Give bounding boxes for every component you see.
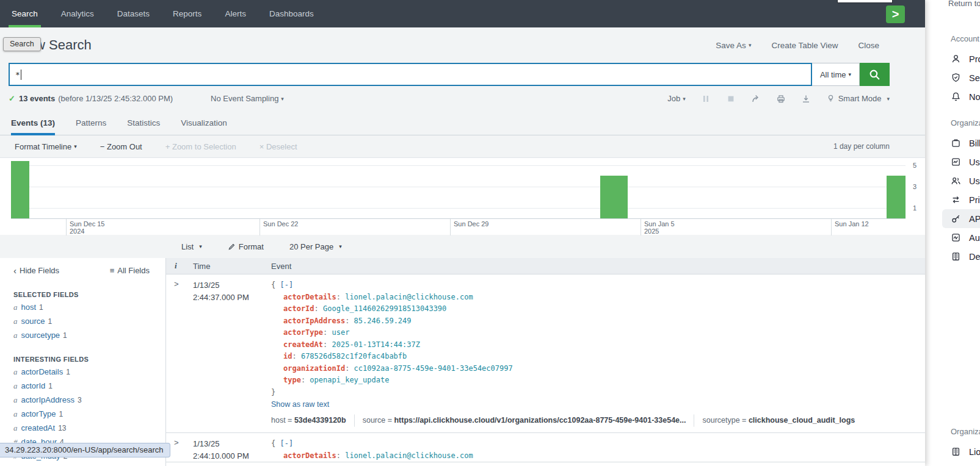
json-value[interactable]: openapi_key_update — [310, 376, 389, 384]
nav-item-datasets[interactable]: Datasets — [106, 0, 161, 27]
all-fields-button[interactable]: ≡ All Fields — [110, 266, 150, 275]
json-value[interactable]: user — [332, 328, 349, 337]
tab-visualization[interactable]: Visualization — [181, 111, 227, 135]
top-nav: Search Analytics Datasets Reports Alerts… — [0, 0, 925, 27]
format-button[interactable]: Format — [228, 242, 264, 251]
share-button[interactable] — [751, 94, 761, 104]
chevron-down-icon: ▾ — [683, 96, 686, 102]
json-value[interactable]: 85.246.59.249 — [354, 317, 412, 325]
close-button[interactable]: Close — [858, 41, 879, 50]
zoom-out-button[interactable]: − Zoom Out — [100, 142, 142, 151]
nav-item-search[interactable]: Search — [0, 0, 49, 27]
tab-events[interactable]: Events (13) — [11, 111, 55, 135]
list-view-dropdown[interactable]: List▾ — [181, 242, 202, 251]
event-column-header: Event — [271, 262, 925, 271]
json-value[interactable]: cc1092aa-8775-459e-9401-33e54ec07997 — [354, 364, 513, 373]
menu-item-private-endpoints[interactable]: Private — [942, 190, 980, 209]
menu-item-organization-lionel[interactable]: Lionel — [942, 442, 980, 461]
meta-host-value[interactable]: 53de4339120b — [294, 416, 346, 425]
json-value[interactable]: lionel.palacin@clickhouse.com — [345, 293, 473, 301]
stop-button[interactable] — [726, 94, 736, 104]
tab-statistics[interactable]: Statistics — [127, 111, 160, 135]
json-value[interactable]: 2025-01-13T14:44:37Z — [332, 340, 420, 349]
key-icon — [951, 213, 961, 224]
menu-item-billing[interactable]: Billing — [942, 134, 980, 152]
field-actorType[interactable]: aactorType1 — [13, 409, 165, 419]
show-raw-text-link[interactable]: Show as raw text — [271, 399, 925, 411]
collapse-json-link[interactable]: [-] — [280, 281, 293, 289]
transfer-arrows-icon — [951, 195, 961, 205]
menu-item-security[interactable]: Security — [942, 68, 980, 87]
timeline-bar[interactable] — [11, 161, 29, 218]
meta-sourcetype-value[interactable]: clickhouse_cloud_audit_logs — [749, 416, 855, 425]
smart-mode-dropdown[interactable]: Smart Mode▾ — [826, 94, 890, 103]
pause-button[interactable] — [701, 94, 711, 104]
tab-patterns[interactable]: Patterns — [76, 111, 106, 135]
expand-row-icon[interactable]: > — [166, 279, 193, 432]
time-range-picker[interactable]: All time▾ — [812, 63, 860, 86]
field-host[interactable]: ahost1 — [13, 303, 165, 312]
field-source[interactable]: asource1 — [13, 317, 165, 326]
timeline-bar[interactable] — [887, 176, 906, 218]
search-input[interactable]: * — [9, 63, 812, 86]
billing-icon — [951, 138, 961, 148]
json-key[interactable]: organizationId — [283, 364, 345, 373]
field-createdAt[interactable]: acreatedAt13 — [13, 423, 165, 433]
json-key[interactable]: actorId — [283, 304, 314, 313]
job-dropdown[interactable]: Job▾ — [667, 94, 686, 103]
nav-item-dashboards[interactable]: Dashboards — [258, 0, 325, 27]
event-sampling-dropdown[interactable]: No Event Sampling▾ — [211, 94, 284, 103]
usage-chart-icon — [951, 157, 961, 167]
json-key[interactable]: actorDetails — [283, 451, 336, 460]
menu-item-users[interactable]: Users — [942, 171, 980, 190]
format-timeline-dropdown[interactable]: Format Timeline▾ — [15, 142, 77, 151]
return-to-link[interactable]: Return to — [948, 0, 980, 8]
json-key[interactable]: id — [283, 352, 292, 360]
menu-item-usage[interactable]: Usage — [942, 152, 980, 171]
json-key[interactable]: actorDetails — [283, 293, 336, 301]
chevron-down-icon: ▾ — [199, 243, 202, 249]
nav-item-analytics[interactable]: Analytics — [49, 0, 106, 27]
hide-fields-button[interactable]: ‹ Hide Fields — [13, 265, 59, 276]
field-actorId[interactable]: aactorId1 — [13, 381, 165, 391]
collapse-json-link[interactable]: [-] — [280, 439, 293, 448]
field-actorIpAddress[interactable]: aactorIpAddress3 — [13, 395, 165, 405]
search-button[interactable] — [860, 63, 890, 86]
field-sourcetype[interactable]: asourcetype1 — [13, 331, 165, 340]
gridline — [11, 208, 906, 209]
menu-item-audit[interactable]: Audit — [942, 228, 980, 247]
field-actorDetails[interactable]: aactorDetails1 — [13, 367, 165, 377]
create-table-view-button[interactable]: Create Table View — [771, 41, 838, 50]
timeline-tick-label: Sun Dec 29 — [450, 219, 488, 235]
timeline-bar[interactable] — [600, 176, 628, 218]
json-value[interactable]: 678526d582c1f20fac4babfb — [301, 352, 407, 360]
json-key[interactable]: createdAt — [283, 340, 323, 349]
export-button[interactable] — [801, 94, 811, 104]
event-json: { [-] actorDetails: lionel.palacin@click… — [271, 438, 925, 462]
chevron-left-icon: ‹ — [13, 265, 16, 276]
json-key[interactable]: actorType — [283, 328, 323, 337]
gridline — [11, 165, 906, 166]
per-page-dropdown[interactable]: 20 Per Page▾ — [289, 242, 342, 251]
event-json: { [-] actorDetails: lionel.palacin@click… — [271, 279, 925, 432]
meta-source-value[interactable]: https://api.clickhouse.cloud/v1/organiza… — [394, 416, 686, 425]
user-icon — [951, 54, 961, 64]
json-key[interactable]: type — [283, 376, 301, 384]
json-key[interactable]: actorIpAddress — [283, 317, 345, 325]
job-status-bar: ✓ 13 events (before 1/13/25 2:45:32.000 … — [0, 86, 925, 111]
save-as-button[interactable]: Save As▾ — [716, 41, 751, 50]
section-title-account: Account — [951, 34, 980, 43]
nav-item-reports[interactable]: Reports — [161, 0, 213, 27]
menu-item-api-keys[interactable]: API keys — [942, 209, 980, 228]
menu-item-details[interactable]: Details — [942, 247, 980, 266]
splunk-logo[interactable]: > — [886, 5, 905, 23]
json-value[interactable]: lionel.palacin@clickhouse.com — [345, 451, 473, 460]
json-value[interactable]: Google_114602629918513043390 — [323, 304, 446, 313]
deselect-button[interactable]: × Deselect — [260, 142, 297, 151]
zoom-to-selection-button[interactable]: + Zoom to Selection — [165, 142, 236, 151]
print-button[interactable] — [776, 94, 786, 104]
nav-item-alerts[interactable]: Alerts — [213, 0, 258, 27]
menu-item-notifications[interactable]: Notifications — [942, 87, 980, 106]
menu-item-profile[interactable]: Profile — [942, 49, 980, 68]
chevron-down-icon: ▾ — [281, 96, 284, 102]
